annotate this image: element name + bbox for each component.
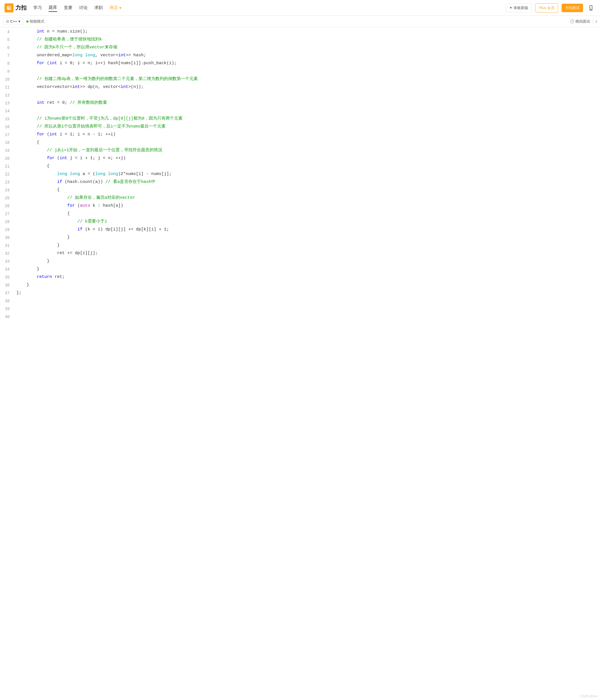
dropdown-arrow: ▾: [18, 19, 20, 23]
code-line-16: 16 // 所以从第1个位置开始填表即可，且i一定不为nums最后一个元素: [0, 123, 600, 131]
code-line-39: 39: [0, 305, 600, 313]
code-line-10: 10 // 创建二维dp表，第一维为数列的倒数第二个元素，第二维为数列的倒数第一…: [0, 76, 600, 84]
code-line-14: 14: [0, 107, 600, 115]
code-line-27: 27 {: [0, 210, 600, 218]
code-line-31: 31 }: [0, 242, 600, 250]
code-area: 4 int n = nums.size(); 5 // 创建哈希表，便于很快地找…: [0, 27, 600, 322]
nav-shop[interactable]: 商店 ▾: [110, 4, 122, 11]
code-line-6: 6 // 因为k不只一个，所以用vector来存储: [0, 44, 600, 52]
code-line-19: 19 // j从i+1开始，一直到最后一个位置，寻找符合题意的情况: [0, 147, 600, 155]
nav-problems[interactable]: 题库: [49, 4, 57, 12]
code-line-4: 4 int n = nums.size();: [0, 28, 600, 36]
logo-icon: [4, 3, 14, 12]
code-line-30: 30 }: [0, 234, 600, 242]
code-line-25: 25 // 如果存在，遍历a对应的vector: [0, 195, 600, 202]
code-line-26: 26 for (auto k : hash[a]): [0, 202, 600, 210]
code-line-40: 40: [0, 313, 600, 321]
chevron-down-icon: ▾: [119, 5, 122, 10]
sparkle-icon: ✦: [509, 6, 513, 10]
interview-btn[interactable]: 力扣面试: [562, 4, 583, 12]
code-line-22: 22 long long a = (long long)2*nums[i] - …: [0, 171, 600, 179]
header-right: ✦ 体验新版 Plus 会员 力扣面试: [505, 3, 596, 12]
svg-rect-0: [9, 6, 11, 8]
logo[interactable]: 力扣: [4, 3, 27, 12]
clock-icon: 🕐: [570, 19, 574, 23]
logo-text: 力扣: [15, 4, 27, 11]
code-line-24: 24 {: [0, 186, 600, 195]
code-line-37: 37 };: [0, 290, 600, 297]
info-icon[interactable]: i: [596, 19, 597, 24]
circle-icon: ⊙: [6, 19, 9, 23]
toolbar-right: 🕐 模拟面试 | i: [570, 19, 597, 24]
code-line-38: 38: [0, 297, 600, 305]
code-line-15: 15 // i为nums第0个位置时，不管j为几，dp[0][j]都为0，因为只…: [0, 115, 600, 123]
code-line-11: 11 vector<vector<int>> dp(n, vector<int>…: [0, 84, 600, 92]
svg-point-2: [591, 9, 591, 9]
nav-contest[interactable]: 竞赛: [64, 4, 72, 11]
code-line-8: 8 for (int i = 0; i < n; i++) hash[nums[…: [0, 60, 600, 68]
smart-mode-indicator: 智能模式: [26, 19, 44, 24]
header: 力扣 学习 题库 竞赛 讨论 求职 商店 ▾ ✦ 体验新版 Plus 会员 力扣…: [0, 0, 600, 16]
nav-learn[interactable]: 学习: [33, 4, 42, 11]
code-line-23: 23 if (hash.count(a)) // 看a是否存在于hash中: [0, 179, 600, 186]
code-line-17: 17 for (int i = 1; i < n - 1; ++i): [0, 131, 600, 139]
nav-jobs[interactable]: 求职: [95, 4, 103, 11]
code-line-13: 13 int ret = 0; // 所有数组的数量: [0, 100, 600, 107]
code-line-18: 18 {: [0, 139, 600, 147]
code-editor[interactable]: 4 int n = nums.size(); 5 // 创建哈希表，便于很快地找…: [0, 27, 600, 322]
code-line-21: 21 {: [0, 163, 600, 171]
code-line-29: 29 if (k < i) dp[i][j] += dp[k][i] + 1;: [0, 226, 600, 234]
mobile-icon[interactable]: [586, 3, 596, 12]
code-toolbar: ⊙ C++ ▾ 智能模式 🕐 模拟面试 | i: [0, 16, 600, 27]
code-line-33: 33 }: [0, 258, 600, 266]
plus-btn[interactable]: Plus 会员: [535, 3, 558, 12]
simulate-interview-btn[interactable]: 🕐 模拟面试: [570, 19, 590, 24]
code-line-36: 36 }: [0, 281, 600, 290]
experience-btn[interactable]: ✦ 体验新版: [505, 3, 532, 12]
code-line-9: 9: [0, 68, 600, 76]
main-nav: 学习 题库 竞赛 讨论 求职 商店 ▾: [33, 4, 122, 12]
smart-dot-icon: [26, 20, 29, 23]
nav-discuss[interactable]: 讨论: [79, 4, 87, 11]
divider: |: [592, 19, 594, 24]
code-line-28: 28 // k需要小于i: [0, 218, 600, 226]
code-line-32: 32 ret += dp[i][j];: [0, 250, 600, 258]
code-line-20: 20 for (int j = i + 1; j < n; ++j): [0, 155, 600, 163]
code-line-7: 7 unordered_map<long long, vector<int>> …: [0, 52, 600, 60]
language-selector[interactable]: ⊙ C++ ▾: [3, 18, 23, 25]
code-line-35: 35 return ret;: [0, 274, 600, 281]
code-line-34: 34 }: [0, 266, 600, 274]
code-line-5: 5 // 创建哈希表，便于很快地找到k: [0, 36, 600, 44]
code-line-12: 12: [0, 92, 600, 100]
